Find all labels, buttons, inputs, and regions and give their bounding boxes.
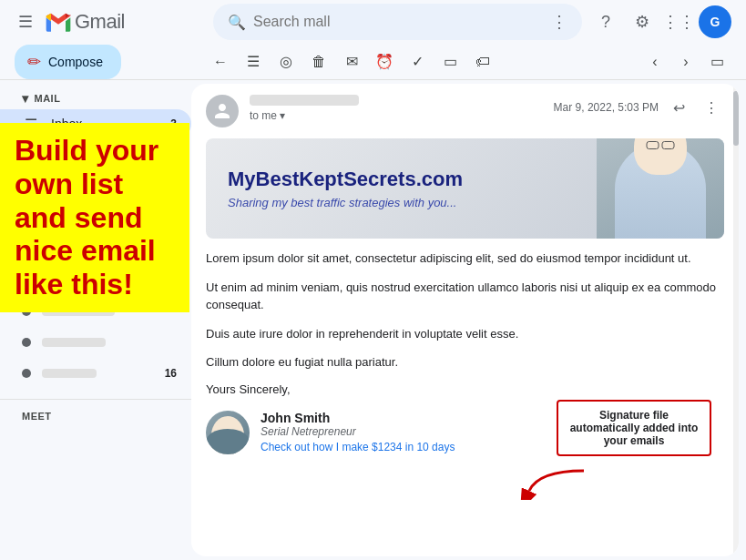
meet-section-label: Meet [0, 403, 191, 425]
compose-area: ✏ Compose [15, 45, 206, 79]
banner-person-image [597, 138, 724, 239]
sidebar-dot-3[interactable]: 16 [0, 359, 191, 388]
glass-right [662, 141, 675, 149]
view-icon: ▭ [710, 53, 724, 70]
email-paragraph-1: Lorem ipsum dolor sit amet, consectetur … [206, 249, 724, 268]
yellow-overlay: Build your own list and send nice email … [0, 123, 189, 312]
email-meta: to me ▾ [250, 95, 543, 122]
chevron-right-icon: › [683, 54, 688, 70]
banner-subtitle: Sharing my best traffic strategies with … [228, 196, 575, 209]
email-content-area: to me ▾ Mar 9, 2022, 5:03 PM ↩ ⋮ MyBestK… [191, 84, 739, 556]
header: ☰ Gmail 🔍 ⋮ ? ⚙ ⋮⋮ G [0, 0, 746, 44]
label-icon: 🏷 [475, 54, 490, 70]
signature-link[interactable]: Check out how I make $1234 in 10 days [261, 441, 455, 453]
mail-label: Mail [35, 93, 61, 104]
settings-icon: ⚙ [635, 12, 649, 32]
search-input[interactable] [253, 14, 544, 30]
gmail-m-icon [44, 7, 73, 36]
reply-icon: ↩ [673, 99, 685, 117]
to-me-label[interactable]: to me ▾ [250, 109, 543, 122]
dot-label-3 [42, 369, 97, 378]
toolbar: ✏ Compose ← ☰ ◎ 🗑 ✉ ⏰ ✓ ▭ 🏷 ‹ › ▭ [0, 44, 746, 80]
email-navigation: ‹ › ▭ [640, 47, 731, 76]
report-spam-button[interactable]: ◎ [271, 47, 301, 76]
header-right: ? ⚙ ⋮⋮ G [589, 5, 731, 38]
settings-button[interactable]: ⚙ [626, 5, 659, 38]
apps-button[interactable]: ⋮⋮ [662, 5, 695, 38]
header-left: ☰ Gmail [15, 7, 206, 36]
email-date-actions: Mar 9, 2022, 5:03 PM ↩ ⋮ [554, 95, 724, 120]
add-task-button[interactable]: ✓ [403, 47, 432, 76]
more-options-button[interactable]: ⋮ [699, 95, 724, 120]
view-toggle-button[interactable]: ▭ [702, 47, 731, 76]
email-toolbar: ← ☰ ◎ 🗑 ✉ ⏰ ✓ ▭ 🏷 ‹ › ▭ [206, 47, 731, 76]
signature-avatar-inner [206, 411, 250, 454]
reply-button[interactable]: ↩ [666, 95, 691, 120]
email-banner: MyBestKeptSecrets.com Sharing my best tr… [206, 138, 724, 239]
compose-button[interactable]: ✏ Compose [15, 45, 121, 79]
mail-section-label: ▾ Mail [0, 84, 191, 109]
mark-read-button[interactable]: ✉ [337, 47, 366, 76]
email-header: to me ▾ Mar 9, 2022, 5:03 PM ↩ ⋮ [191, 84, 739, 135]
dot-icon-3 [22, 369, 31, 378]
avatar[interactable]: G [699, 5, 731, 38]
email-paragraph-4: Cillum dolore eu fugiat nulla pariatur. [206, 353, 724, 372]
email-scrollbar[interactable] [733, 84, 739, 556]
sidebar-divider [0, 399, 191, 400]
delete-icon: 🗑 [312, 54, 326, 70]
spam-icon: ◎ [280, 53, 292, 70]
dot-label-2 [42, 338, 106, 347]
gmail-label: Gmail [75, 10, 125, 34]
banner-text: MyBestKeptSecrets.com Sharing my best tr… [206, 153, 597, 223]
search-bar[interactable]: 🔍 ⋮ [213, 4, 582, 40]
search-filter-icon[interactable]: ⋮ [551, 12, 567, 32]
sender-avatar [206, 95, 239, 127]
email-body: Lorem ipsum dolor sit amet, consectetur … [191, 249, 739, 372]
person-glasses [647, 141, 675, 149]
snooze-button[interactable]: ⏰ [370, 47, 399, 76]
task-icon: ✓ [412, 53, 424, 70]
prev-email-button[interactable]: ‹ [640, 47, 669, 76]
next-email-button[interactable]: › [671, 47, 700, 76]
apps-icon: ⋮⋮ [662, 12, 695, 32]
help-icon: ? [601, 13, 610, 32]
signature-avatar [206, 411, 250, 454]
delete-button[interactable]: 🗑 [304, 47, 333, 76]
help-button[interactable]: ? [589, 5, 622, 38]
email-paragraph-3: Duis aute irure dolor in reprehenderit i… [206, 325, 724, 343]
move-icon: ▭ [444, 53, 457, 70]
archive-button[interactable]: ☰ [239, 47, 268, 76]
dot-icon-2 [22, 338, 31, 347]
email-paragraph-2: Ut enim ad minim veniam, quis nostrud ex… [206, 279, 724, 314]
back-button[interactable]: ← [206, 47, 235, 76]
search-icon: 🔍 [228, 14, 246, 31]
banner-title: MyBestKeptSecrets.com [228, 168, 575, 191]
dot-badge-3: 16 [165, 367, 177, 380]
hamburger-icon[interactable]: ☰ [15, 8, 36, 36]
email-date: Mar 9, 2022, 5:03 PM [554, 101, 659, 114]
more-icon: ⋮ [704, 99, 719, 117]
gmail-logo: Gmail [44, 7, 125, 36]
archive-icon: ☰ [247, 53, 260, 70]
meet-label: Meet [22, 411, 52, 422]
move-to-button[interactable]: ▭ [435, 47, 465, 76]
chevron-left-icon: ‹ [652, 54, 657, 70]
signature-callout: Signature file automatically added into … [557, 400, 711, 456]
sig-body [206, 429, 250, 454]
back-icon: ← [213, 54, 228, 70]
glass-left [647, 141, 659, 149]
sender-name [250, 95, 359, 106]
mark-read-icon: ✉ [346, 53, 358, 70]
label-button[interactable]: 🏷 [468, 47, 497, 76]
compose-icon: ✏ [27, 52, 41, 72]
sidebar-dot-2[interactable] [0, 328, 191, 357]
compose-label: Compose [48, 55, 103, 69]
main-layout: ▾ Mail ☰ Inbox 3 ⏰ ◁ 21 [0, 80, 746, 560]
red-arrow-icon [520, 463, 593, 504]
yours-sincerely: Yours Sincerely, [191, 382, 739, 396]
overlay-text: Build your own list and send nice email … [15, 134, 175, 301]
scrollbar-thumb[interactable] [733, 91, 739, 146]
snooze-icon: ⏰ [375, 53, 393, 70]
mail-arrow-icon: ▾ [22, 91, 29, 106]
